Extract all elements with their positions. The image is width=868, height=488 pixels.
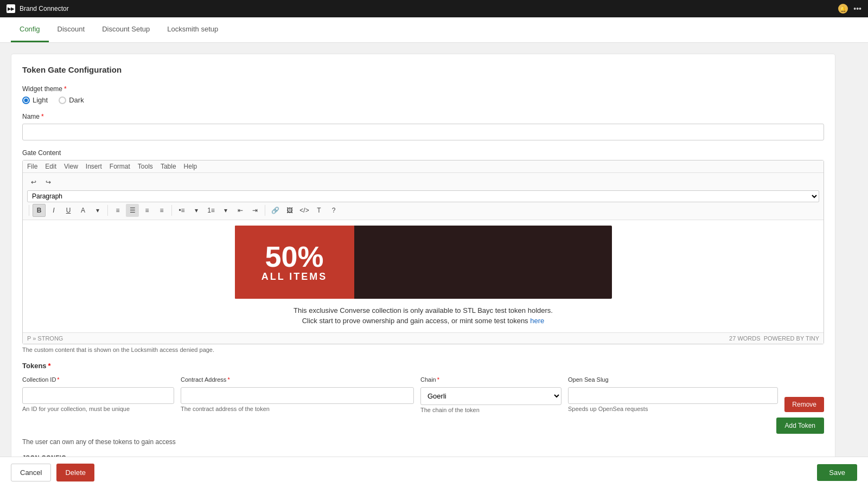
app-title: Brand Connector bbox=[20, 5, 69, 12]
collection-id-cell: stl-bayc An ID for your collection, must… bbox=[22, 387, 174, 412]
required-indicator-tokens: * bbox=[48, 362, 51, 370]
banner-percent: 50% bbox=[265, 242, 323, 271]
gate-content-label: Gate Content bbox=[22, 149, 824, 157]
tab-locksmith-setup[interactable]: Locksmith setup bbox=[158, 17, 227, 42]
underline-button[interactable]: U bbox=[62, 204, 75, 217]
bullet-list-button[interactable]: •≡ bbox=[175, 204, 188, 217]
widget-theme-section: Widget theme * Light Dark bbox=[22, 85, 824, 104]
chevron-ordered[interactable]: ▾ bbox=[219, 204, 232, 217]
opensea-slug-input[interactable]: stl-bayc bbox=[568, 387, 778, 404]
chain-cell: Goerli Ethereum Polygon Mumbai The chain… bbox=[420, 387, 561, 413]
editor-toolbar: ↩ ↪ Paragraph Heading 1 Heading 2 B I U … bbox=[23, 173, 824, 220]
paragraph-style-select[interactable]: Paragraph Heading 1 Heading 2 bbox=[27, 190, 819, 202]
notification-bell-icon[interactable]: 🔔 bbox=[838, 4, 848, 14]
col-chain-header: Chain * bbox=[420, 376, 561, 385]
radio-light[interactable]: Light bbox=[22, 96, 48, 104]
outdent-button[interactable]: ⇤ bbox=[234, 204, 247, 217]
remove-cell: Remove bbox=[784, 387, 824, 412]
name-input[interactable]: STL Bayc (Converse Promotion) bbox=[22, 124, 824, 140]
contract-address-input[interactable]: 0xc361201E5B1005cCDE47B32F223BC145DE393F… bbox=[181, 387, 414, 404]
contract-address-cell: 0xc361201E5B1005cCDE47B32F223BC145DE393F… bbox=[181, 387, 414, 412]
user-access-note: The user can own any of these tokens to … bbox=[22, 438, 824, 446]
indent-button[interactable]: ⇥ bbox=[248, 204, 261, 217]
align-right-button[interactable]: ≡ bbox=[141, 204, 154, 217]
col-contract-address-header: Contract Address * bbox=[181, 376, 414, 385]
promo-banner: 50% ALL ITEMS bbox=[235, 226, 612, 299]
menu-table[interactable]: Table bbox=[161, 163, 176, 170]
undo-button[interactable]: ↩ bbox=[27, 176, 40, 189]
page-title: Token Gate Configuration bbox=[22, 65, 824, 74]
name-field-label: Name * bbox=[22, 113, 824, 120]
editor-footer: P » STRONG 27 WORDS POWERED BY TINY bbox=[23, 332, 824, 344]
col-collection-id-header: Collection ID * bbox=[22, 376, 174, 385]
italic-button[interactable]: I bbox=[47, 204, 60, 217]
opensea-slug-helper: Speeds up OpenSea requests bbox=[568, 406, 778, 412]
toolbar-divider-2 bbox=[107, 205, 108, 216]
toolbar-divider-4 bbox=[265, 205, 265, 216]
chevron-list[interactable]: ▾ bbox=[190, 204, 203, 217]
delete-button[interactable]: Delete bbox=[56, 464, 94, 481]
ordered-list-button[interactable]: 1≡ bbox=[205, 204, 218, 217]
gate-content-helper: The custom content that is shown on the … bbox=[22, 346, 824, 353]
more-options-icon[interactable]: ••• bbox=[853, 4, 861, 13]
editor-menubar: File Edit View Insert Format Tools Table… bbox=[23, 160, 824, 173]
tab-discount[interactable]: Discount bbox=[49, 17, 94, 42]
bottom-bar: Cancel Delete Save bbox=[0, 457, 868, 488]
redo-button[interactable]: ↪ bbox=[42, 176, 55, 189]
save-button[interactable]: Save bbox=[817, 464, 857, 481]
word-count: 27 WORDS POWERED BY TINY bbox=[729, 335, 819, 342]
name-field-section: Name * STL Bayc (Converse Promotion) bbox=[22, 113, 824, 140]
tab-config[interactable]: Config bbox=[11, 17, 49, 42]
collection-id-input[interactable]: stl-bayc bbox=[22, 387, 174, 404]
col-opensea-header: Open Sea Slug bbox=[568, 376, 818, 385]
source-code-button[interactable]: T bbox=[312, 204, 326, 217]
contract-address-helper: The contract address of the token bbox=[181, 406, 414, 412]
top-bar: ▶▶ Brand Connector 🔔 ••• bbox=[0, 0, 868, 17]
help-icon-button[interactable]: ? bbox=[327, 204, 340, 217]
editor-body-text: This exclusive Converse collection is on… bbox=[23, 299, 824, 332]
align-left-button[interactable]: ≡ bbox=[111, 204, 124, 217]
top-bar-right: 🔔 ••• bbox=[838, 4, 861, 14]
radio-circle-light bbox=[22, 97, 30, 104]
toolbar-divider-3 bbox=[171, 205, 172, 216]
radio-dark[interactable]: Dark bbox=[59, 96, 84, 104]
font-color-button[interactable]: A bbox=[76, 204, 90, 217]
toolbar-divider-1 bbox=[29, 205, 29, 216]
config-card: Token Gate Configuration Widget theme * … bbox=[11, 54, 835, 488]
required-indicator: * bbox=[64, 85, 67, 93]
widget-theme-label: Widget theme * bbox=[22, 85, 824, 93]
link-button[interactable]: 🔗 bbox=[269, 204, 282, 217]
app-logo: ▶▶ bbox=[7, 4, 15, 13]
nav-tabs: Config Discount Discount Setup Locksmith… bbox=[0, 17, 868, 43]
remove-token-button[interactable]: Remove bbox=[784, 397, 824, 412]
bold-button[interactable]: B bbox=[33, 204, 46, 217]
menu-help[interactable]: Help bbox=[184, 163, 197, 170]
editor-here-link[interactable]: here bbox=[530, 317, 544, 325]
menu-file[interactable]: File bbox=[27, 163, 37, 170]
chain-helper: The chain of the token bbox=[420, 407, 561, 413]
token-row-headers: Collection ID * Contract Address * Chain… bbox=[22, 376, 824, 385]
menu-insert[interactable]: Insert bbox=[86, 163, 102, 170]
add-token-button[interactable]: Add Token bbox=[776, 418, 825, 434]
code-button[interactable]: </> bbox=[298, 204, 311, 217]
justify-button[interactable]: ≡ bbox=[155, 204, 168, 217]
menu-view[interactable]: View bbox=[64, 163, 78, 170]
tokens-section: Tokens * Collection ID * Contract Addres… bbox=[22, 362, 824, 446]
menu-tools[interactable]: Tools bbox=[138, 163, 153, 170]
editor-content-area[interactable]: 50% ALL ITEMS bbox=[23, 220, 824, 332]
align-center-button[interactable]: ☰ bbox=[126, 204, 139, 217]
menu-format[interactable]: Format bbox=[110, 163, 130, 170]
cancel-button[interactable]: Cancel bbox=[11, 464, 51, 481]
gate-content-section: Gate Content File Edit View Insert Forma… bbox=[22, 149, 824, 353]
banner-subtitle: ALL ITEMS bbox=[261, 271, 328, 282]
tab-discount-setup[interactable]: Discount Setup bbox=[93, 17, 158, 42]
editor-breadcrumb: P » STRONG bbox=[27, 335, 63, 342]
image-button[interactable]: 🖼 bbox=[283, 204, 296, 217]
menu-edit[interactable]: Edit bbox=[45, 163, 56, 170]
chevron-color[interactable]: ▾ bbox=[91, 204, 104, 217]
bottom-bar-left: Cancel Delete bbox=[11, 464, 94, 481]
required-indicator-name: * bbox=[41, 113, 44, 120]
token-row: stl-bayc An ID for your collection, must… bbox=[22, 387, 824, 413]
chain-select[interactable]: Goerli Ethereum Polygon Mumbai bbox=[420, 387, 561, 405]
top-bar-left: ▶▶ Brand Connector bbox=[7, 4, 69, 13]
